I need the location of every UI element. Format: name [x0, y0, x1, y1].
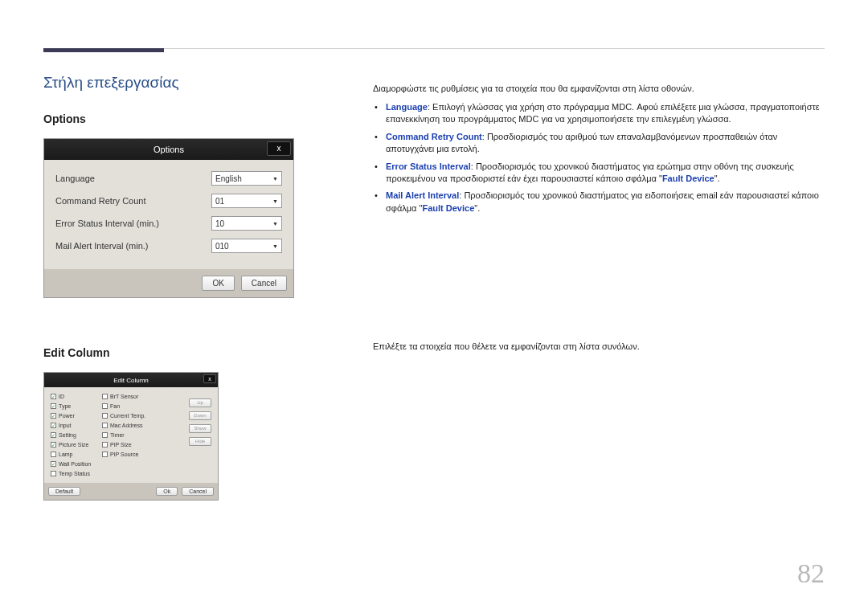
cancel-button[interactable]: Cancel [241, 276, 287, 291]
column-option[interactable]: Type [51, 403, 97, 409]
column-option[interactable]: ID [51, 394, 97, 399]
column-option-label: Lamp [59, 452, 73, 457]
column-option[interactable]: Fan [102, 403, 149, 409]
column-option-label: Current Temp. [110, 413, 145, 419]
bullet-error: Error Status Interval: Προσδιορισμός του… [373, 161, 825, 186]
checkbox-icon[interactable] [102, 442, 108, 447]
down-button[interactable]: Down [189, 411, 211, 420]
mail-interval-label: Mail Alert Interval (min.) [55, 241, 211, 251]
column-option[interactable]: Mac Address [102, 423, 149, 428]
checkbox-icon[interactable] [51, 394, 56, 399]
retry-label: Command Retry Count [55, 196, 211, 206]
column-option-label: ID [59, 394, 64, 399]
page-number: 82 [797, 558, 825, 589]
retry-select[interactable]: 01 [211, 194, 282, 208]
show-button[interactable]: Show [189, 424, 211, 433]
up-button[interactable]: Up [189, 398, 211, 407]
editcolumn-intro: Επιλέξτε τα στοιχεία που θέλετε να εμφαν… [373, 341, 640, 351]
dialog-title: Edit Column [113, 377, 149, 384]
column-option[interactable]: PIP Size [102, 442, 149, 447]
column-option[interactable]: PIP Source [102, 452, 149, 457]
section-title: Στήλη επεξεργασίας [43, 74, 301, 92]
error-interval-label: Error Status Interval (min.) [55, 219, 211, 228]
editcolumn-dialog: Edit Column x IDTypePowerInputSettingPic… [43, 372, 219, 501]
column-option-label: Fan [110, 403, 120, 409]
close-icon[interactable]: x [203, 374, 216, 383]
hide-button[interactable]: Hide [189, 437, 211, 446]
column-option-label: Type [59, 403, 71, 409]
checkbox-icon[interactable] [51, 452, 56, 457]
error-interval-select[interactable]: 10 [211, 216, 282, 231]
checkbox-icon[interactable] [102, 432, 108, 438]
checkbox-icon[interactable] [102, 394, 108, 399]
column-option[interactable]: Timer [102, 432, 149, 438]
column-option[interactable]: Temp Status [51, 471, 97, 476]
dialog-titlebar: Edit Column x [44, 373, 218, 387]
column-option-label: Picture Size [59, 442, 88, 447]
dialog-titlebar: Options x [44, 139, 293, 160]
checkbox-icon[interactable] [102, 403, 108, 409]
column-option-label: Wall Position [59, 461, 91, 467]
editcolumn-heading: Edit Column [43, 346, 301, 359]
column-option[interactable]: Setting [51, 432, 97, 438]
column-option[interactable]: Picture Size [51, 442, 97, 447]
checkbox-icon[interactable] [102, 413, 108, 419]
checkbox-icon[interactable] [51, 423, 56, 428]
column-option-label: Mac Address [110, 423, 142, 428]
close-icon[interactable]: x [267, 141, 291, 156]
checkbox-icon[interactable] [102, 452, 108, 457]
cancel-button[interactable]: Cancel [182, 487, 214, 496]
checkbox-icon[interactable] [51, 403, 56, 409]
options-intro: Διαμορφώστε τις ρυθμίσεις για τα στοιχεί… [373, 84, 825, 93]
column-option[interactable]: Current Temp. [102, 413, 149, 419]
column-option[interactable]: Lamp [51, 452, 97, 457]
column-option-label: BrT Sensor [110, 394, 138, 399]
column-option[interactable]: BrT Sensor [102, 394, 149, 399]
bullet-retry: Command Retry Count: Προσδιορισμός του α… [373, 131, 825, 156]
language-label: Language [55, 174, 211, 183]
dialog-title: Options [154, 145, 184, 154]
checkbox-icon[interactable] [51, 471, 56, 476]
column-option-label: PIP Size [110, 442, 132, 447]
default-button[interactable]: Default [48, 487, 80, 496]
column-option[interactable]: Input [51, 423, 97, 428]
ok-button[interactable]: OK [202, 276, 234, 291]
column-option-label: Power [59, 413, 75, 419]
ok-button[interactable]: Ok [156, 487, 178, 496]
column-option[interactable]: Power [51, 413, 97, 419]
checkbox-icon[interactable] [51, 461, 56, 467]
bullet-mail: Mail Alert Interval: Προσδιορισμός του χ… [373, 190, 825, 215]
column-option-label: Input [59, 423, 72, 428]
column-option-label: Setting [59, 432, 76, 438]
column-option-label: Timer [110, 432, 125, 438]
column-option-label: Temp Status [59, 471, 90, 476]
checkbox-icon[interactable] [51, 442, 56, 447]
column-option-label: PIP Source [110, 452, 138, 457]
bullet-language: Language: Επιλογή γλώσσας για χρήση στο … [373, 101, 825, 126]
checkbox-icon[interactable] [51, 413, 56, 419]
column-option[interactable]: Wall Position [51, 461, 97, 467]
language-select[interactable]: English [211, 171, 282, 186]
accent-bar [43, 48, 164, 52]
checkbox-icon[interactable] [51, 432, 56, 438]
mail-interval-select[interactable]: 010 [211, 239, 282, 253]
options-heading: Options [43, 112, 301, 125]
options-dialog: Options x Language English Command Retry… [43, 138, 294, 298]
checkbox-icon[interactable] [102, 423, 108, 428]
